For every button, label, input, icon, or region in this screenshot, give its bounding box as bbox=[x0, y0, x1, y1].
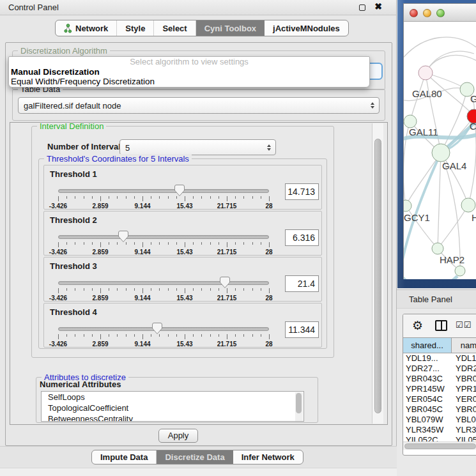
network-node-green[interactable] bbox=[404, 200, 411, 211]
threshold-slider[interactable]: -3.4262.8599.14415.4321.71528 bbox=[58, 275, 269, 301]
tab-discretize-data[interactable]: Discretize Data bbox=[157, 450, 233, 464]
threshold-slider[interactable]: -3.4262.8599.14415.4321.71528 bbox=[58, 321, 269, 347]
scrollbar-thumb[interactable] bbox=[404, 443, 476, 449]
apply-button[interactable]: Apply bbox=[158, 429, 198, 443]
dropdown-option[interactable]: Equal Width/Frequency Discretization bbox=[9, 77, 369, 86]
tick-mark bbox=[151, 242, 151, 245]
tick-mark bbox=[75, 196, 75, 199]
gear-icon[interactable]: ⚙ bbox=[412, 318, 423, 333]
control-panel-titlebar: Control Panel ✖ bbox=[0, 0, 396, 15]
column-header-name[interactable]: name bbox=[452, 338, 476, 353]
column-header-shared[interactable]: shared... bbox=[403, 338, 452, 353]
attribute-item[interactable]: SelfLoops bbox=[42, 392, 303, 403]
network-node-green[interactable] bbox=[404, 115, 417, 128]
attributes-list[interactable]: SelfLoopsTopologicalCoefficientBetweenne… bbox=[41, 391, 304, 422]
cell-name: YBR045C bbox=[452, 404, 476, 415]
threshold-value-field[interactable]: 6.316 bbox=[285, 229, 319, 246]
slider-thumb[interactable] bbox=[152, 323, 162, 334]
vertical-scrollbar[interactable] bbox=[372, 123, 383, 424]
threshold-value-field[interactable]: 14.713 bbox=[285, 183, 319, 200]
tab-label: Select bbox=[162, 24, 187, 33]
cyni-toolbox-panel: Discretization Algorithm Select algorith… bbox=[5, 42, 392, 446]
tick-mark bbox=[227, 334, 227, 339]
float-icon[interactable] bbox=[359, 4, 365, 11]
close-icon[interactable]: ✖ bbox=[374, 1, 382, 12]
tick-mark bbox=[142, 288, 143, 293]
network-node-green[interactable] bbox=[432, 243, 443, 254]
tab-impute-data[interactable]: Impute Data bbox=[92, 450, 157, 464]
tick-mark bbox=[159, 196, 160, 199]
tick-mark bbox=[134, 196, 135, 199]
threshold-value-field[interactable]: 21.4 bbox=[285, 275, 319, 292]
network-edge[interactable] bbox=[406, 153, 441, 206]
tab-style[interactable]: Style bbox=[117, 20, 154, 36]
threshold-row: Threshold 3-3.4262.8599.14415.4321.71528… bbox=[43, 257, 322, 302]
network-svg: GAL80GCGAL11GAL4GCY1HHAP2 bbox=[404, 22, 476, 279]
table-row[interactable]: YPR145WYPR145W bbox=[403, 384, 476, 394]
slider-thumb[interactable] bbox=[118, 231, 128, 242]
network-edge[interactable] bbox=[438, 205, 468, 249]
scrollbar-thumb[interactable] bbox=[374, 139, 381, 413]
tick-mark bbox=[219, 334, 219, 337]
tick-mark bbox=[269, 288, 270, 293]
table-row[interactable]: YER054CYER054C bbox=[403, 394, 476, 404]
interval-definition-title: Interval Definition bbox=[37, 122, 106, 131]
tick-label: 28 bbox=[265, 203, 272, 210]
table-data-value: galFiltered.sif default node bbox=[24, 101, 121, 111]
tab-cyni-toolbox[interactable]: Cyni Toolbox bbox=[196, 20, 265, 36]
window-zoom-button[interactable] bbox=[436, 9, 445, 17]
split-view-icon[interactable] bbox=[435, 320, 447, 331]
tick-label: 2.859 bbox=[92, 249, 108, 256]
table-row[interactable]: YDR27...YDR27... bbox=[403, 364, 476, 374]
tick-mark bbox=[235, 334, 236, 337]
window-minimize-button[interactable] bbox=[423, 9, 431, 17]
tick-mark bbox=[109, 196, 109, 199]
tick-mark bbox=[269, 334, 270, 339]
tick-mark bbox=[193, 242, 194, 245]
threshold-slider[interactable]: -3.4262.8599.14415.4321.71528 bbox=[58, 229, 269, 255]
table-row[interactable]: YLR345WYLR345W bbox=[403, 425, 476, 435]
tick-label: 9.144 bbox=[134, 341, 150, 348]
table-data-combobox[interactable]: galFiltered.sif default node bbox=[18, 97, 380, 114]
node-label: HAP2 bbox=[440, 254, 464, 265]
slider-thumb[interactable] bbox=[220, 277, 230, 288]
network-canvas[interactable]: GAL80GCGAL11GAL4GCY1HHAP2 bbox=[404, 22, 476, 279]
table-row[interactable]: YBR045CYBR045C bbox=[403, 404, 476, 415]
network-node-green[interactable] bbox=[461, 198, 475, 212]
dropdown-option[interactable]: Manual Discretization bbox=[9, 67, 369, 77]
tick-label: 21.715 bbox=[217, 341, 237, 348]
slider-thumb[interactable] bbox=[174, 185, 185, 196]
threshold-value-field[interactable]: 11.344 bbox=[285, 321, 319, 338]
tab-select[interactable]: Select bbox=[154, 20, 196, 36]
cell-shared-name: YBL079W bbox=[403, 415, 452, 425]
network-edge[interactable] bbox=[438, 153, 441, 249]
tick-mark bbox=[117, 334, 118, 337]
network-node-pink[interactable] bbox=[418, 66, 433, 80]
tab-infer-network[interactable]: Infer Network bbox=[233, 450, 303, 464]
attributes-scrollbar[interactable] bbox=[295, 392, 303, 422]
window-close-button[interactable] bbox=[410, 9, 418, 17]
table-row[interactable]: YDL19...YDL19... bbox=[403, 353, 476, 364]
tab-jactivemnodules[interactable]: jActiveMNodules bbox=[265, 20, 348, 36]
network-node-green[interactable] bbox=[455, 266, 465, 276]
table-row[interactable]: YBL079WYBL079W bbox=[403, 415, 476, 425]
network-window-frame: GAL80GCGAL11GAL4GCY1HHAP2 bbox=[403, 3, 476, 279]
attribute-item[interactable]: TopologicalCoefficient bbox=[42, 403, 303, 413]
attribute-item[interactable]: BetweennessCentrality bbox=[42, 413, 303, 422]
network-edge[interactable] bbox=[426, 55, 476, 73]
cell-name: YBL079W bbox=[452, 415, 476, 425]
number-of-intervals-combobox[interactable]: 5 bbox=[119, 139, 276, 155]
network-edge-highlighted[interactable] bbox=[404, 276, 457, 279]
scrollbar-thumb[interactable] bbox=[296, 393, 302, 413]
table-row[interactable]: YBR043CYBR043C bbox=[403, 374, 476, 384]
threshold-slider[interactable]: -3.4262.8599.14415.4321.71528 bbox=[58, 183, 269, 209]
tick-mark bbox=[168, 196, 169, 199]
select-columns-icon[interactable]: ☑☑ bbox=[456, 320, 472, 330]
tick-mark bbox=[261, 288, 261, 291]
network-node-green[interactable] bbox=[432, 144, 450, 162]
horizontal-scrollbar[interactable] bbox=[403, 441, 476, 450]
network-view-window[interactable]: GAL80GCGAL11GAL4GCY1HHAP2 bbox=[397, 0, 476, 288]
cell-name: YLR345W bbox=[452, 425, 476, 435]
network-edge[interactable] bbox=[426, 51, 474, 73]
tab-network[interactable]: Network bbox=[56, 20, 117, 36]
